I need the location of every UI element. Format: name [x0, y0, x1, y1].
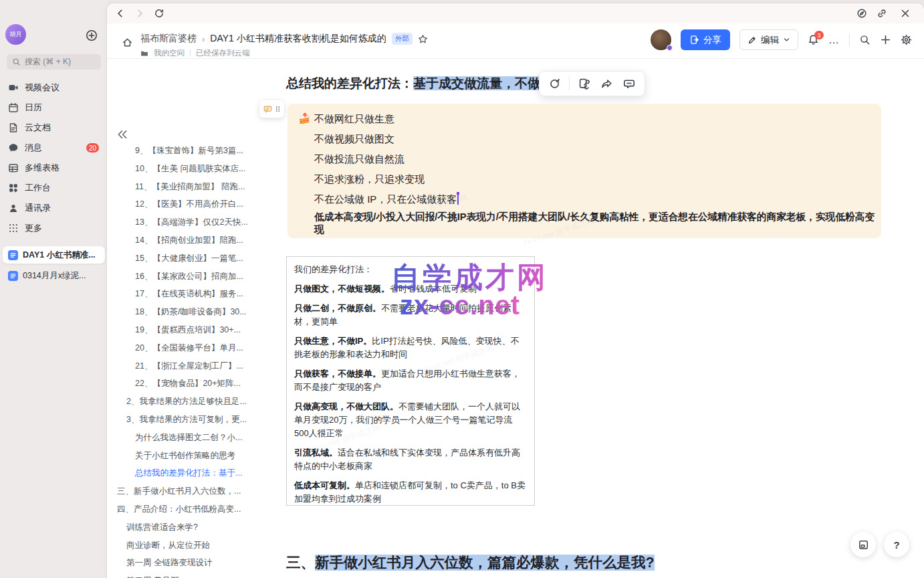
notification-badge: 3 — [814, 31, 824, 39]
sidebar-item-label: 视频会议 — [25, 82, 60, 94]
block-handle[interactable] — [259, 100, 284, 118]
user-avatar[interactable] — [651, 29, 671, 50]
callout-line: 不追求涨粉，只追求变现 — [314, 169, 459, 189]
share-button[interactable]: 分享 — [681, 29, 730, 50]
search-input[interactable]: 搜索 (⌘ + K) — [7, 54, 101, 70]
sidebar-item-calendar[interactable]: 日历 — [0, 98, 107, 118]
outline-item[interactable]: 16、【某家政公司】招商加... — [110, 268, 285, 286]
outline-item[interactable]: 关于小红书创作策略的思考 — [110, 447, 285, 465]
sidebar-menu: 视频会议日历云文档消息20多维表格工作台通讯录更多 — [0, 78, 107, 238]
outline-item[interactable]: 17、【在线英语机构】服务... — [110, 285, 285, 303]
sidebar-item-workplace[interactable]: 工作台 — [0, 178, 107, 198]
breadcrumb: 福布斯富婆榜 › DAY1 小红书精准获客收割机是如何炼成的 外部 — [140, 33, 428, 45]
outline-item[interactable]: 10、【生美 问题肌肤实体店... — [110, 160, 285, 178]
outline-item[interactable]: 第一周 全链路变现设计 — [110, 554, 285, 572]
style-palette-icon[interactable] — [549, 78, 561, 90]
sidebar-item-chat[interactable]: 消息20 — [0, 138, 107, 158]
new-doc-button[interactable] — [880, 34, 891, 45]
collapse-outline-icon[interactable] — [116, 128, 128, 140]
unread-badge: 20 — [86, 143, 99, 153]
back-icon[interactable] — [115, 8, 126, 19]
pencil-icon — [747, 35, 757, 45]
outline-item[interactable]: 18、【奶茶/咖啡设备商】30... — [110, 303, 285, 321]
outline-item[interactable]: 13、【高端游学】仅仅2天快... — [110, 213, 285, 231]
video-icon — [8, 82, 19, 93]
outline-item[interactable]: 15、【大健康创业】一篇笔... — [110, 250, 285, 268]
callout-line: 不做视频只做图文 — [314, 129, 459, 149]
space-name[interactable]: 我的空间 — [154, 48, 185, 58]
outline-item[interactable]: 四、产品介绍：小红书低粉高变... — [110, 500, 285, 518]
more-icon — [8, 223, 19, 233]
outline-item[interactable]: 三、新手做小红书月入六位数，... — [110, 482, 285, 500]
copy-link-icon[interactable] — [578, 78, 590, 90]
close-icon[interactable] — [900, 8, 911, 19]
app-sidebar: 胡月 搜索 (⌘ + K) 视频会议日历云文档消息20多维表格工作台通讯录更多 … — [0, 0, 107, 578]
outline-item[interactable]: 为什么我选择图文二创？小... — [110, 429, 285, 447]
refresh-icon[interactable] — [154, 8, 164, 19]
more-button[interactable]: … — [828, 37, 840, 43]
emoji-comment-icon — [263, 105, 272, 114]
forward-icon[interactable] — [134, 8, 145, 19]
outline-fab-button[interactable] — [850, 532, 876, 557]
outline-item[interactable]: 2、我拿结果的方法足够快且足... — [110, 393, 285, 411]
pinned-docs: DAY1 小红书精准...0314月月x绿泥... — [3, 246, 105, 288]
clouddoc-icon — [8, 122, 19, 133]
search-button[interactable] — [859, 34, 871, 45]
divider — [849, 33, 850, 47]
sidebar-item-label: 更多 — [25, 222, 42, 234]
cake-emoji: 🍰 — [298, 112, 311, 124]
edit-button[interactable]: 编辑 — [739, 29, 798, 50]
outline-item[interactable]: 20、【全国装修平台】单月... — [110, 339, 285, 357]
settings-button[interactable] — [901, 34, 912, 45]
sidebar-item-more[interactable]: 更多 — [0, 218, 107, 238]
save-status: 已经保存到云端 — [196, 48, 250, 58]
add-icon[interactable] — [86, 29, 98, 41]
compass-icon[interactable] — [856, 8, 867, 19]
outline-item[interactable]: 第二周 养号期 — [110, 572, 285, 578]
outline-item[interactable]: 11、【美业招商加盟】 陪跑... — [110, 178, 285, 196]
divider — [190, 50, 191, 57]
sidebar-item-label: 多维表格 — [25, 162, 60, 174]
sidebar-item-label: 工作台 — [25, 182, 51, 194]
outline-item[interactable]: 22、【宠物食品】20+矩阵... — [110, 375, 285, 393]
outline-item[interactable]: 9、【珠宝首饰】新号第3篇... — [110, 142, 285, 160]
home-icon[interactable] — [122, 37, 133, 48]
outline-item[interactable]: 商业诊断，从定位开始 — [110, 537, 285, 555]
outline-item[interactable]: 14、【招商创业加盟】陪跑... — [110, 231, 285, 250]
user-avatar-mini[interactable]: 胡月 — [5, 24, 26, 45]
outline-item[interactable]: 3、我拿结果的方法可复制，更... — [110, 411, 285, 429]
sidebar-item-base[interactable]: 多维表格 — [0, 158, 107, 178]
sidebar-item-contacts[interactable]: 通讯录 — [0, 198, 107, 218]
outline-item[interactable]: 训练营谁适合来学? — [110, 518, 285, 537]
callout-line: 不做网红只做生意 — [314, 109, 459, 129]
pinned-doc[interactable]: 0314月月x绿泥... — [3, 267, 105, 284]
chapter-heading[interactable]: 三、新手做小红书月入六位数，篇篇必爆款，凭什么是我? — [286, 553, 655, 572]
outline-item[interactable]: 21、【浙江全屋定制工厂】... — [110, 357, 285, 375]
outline-item[interactable]: 总结我的差异化打法：基于... — [110, 464, 285, 482]
comment-icon[interactable] — [623, 78, 635, 90]
section-heading[interactable]: 总结我的差异化打法：基于成交做流量，不做爆款 — [286, 75, 566, 92]
window-toolbar — [107, 3, 924, 23]
outline-item[interactable]: 19、【蛋糕西点培训】30+... — [110, 321, 285, 339]
strategy-item: 只做高变现，不做大团队。不需要铺大团队，一个人就可以单月变现20万，我们的学员一… — [294, 400, 527, 440]
star-icon[interactable] — [418, 34, 428, 44]
breadcrumb-parent[interactable]: 福布斯富婆榜 — [140, 33, 197, 45]
share-label: 分享 — [703, 34, 721, 46]
pinned-doc-label: DAY1 小红书精准... — [23, 250, 96, 261]
sidebar-item-clouddoc[interactable]: 云文档 — [0, 118, 107, 138]
sidebar-item-video[interactable]: 视频会议 — [0, 78, 107, 98]
outline-item[interactable]: 12、【医美】不用高价开白... — [110, 195, 285, 213]
doc-file-icon — [8, 271, 18, 281]
watermark-url: zx-cc.net — [400, 290, 520, 320]
sidebar-item-label: 通讯录 — [25, 202, 51, 214]
chapter-prefix: 三、 — [286, 555, 315, 571]
share-forward-icon[interactable] — [600, 78, 612, 90]
copy-link-icon[interactable] — [877, 8, 887, 19]
document-body: 9、【珠宝首饰】新号第3篇...10、【生美 问题肌肤实体店...11、【美业招… — [107, 59, 924, 578]
breadcrumb-current[interactable]: DAY1 小红书精准获客收割机是如何炼成的 — [210, 33, 386, 45]
pinned-doc[interactable]: DAY1 小红书精准... — [3, 246, 105, 264]
notifications-button[interactable]: 3 — [808, 34, 819, 45]
help-button[interactable]: ? — [884, 532, 909, 557]
outline-panel: 9、【珠宝首饰】新号第3篇...10、【生美 问题肌肤实体店...11、【美业招… — [110, 142, 285, 578]
callout-lines: 不做网红只做生意不做视频只做图文不做投流只做自然流不追求涨粉，只追求变现不在公域… — [314, 109, 459, 209]
